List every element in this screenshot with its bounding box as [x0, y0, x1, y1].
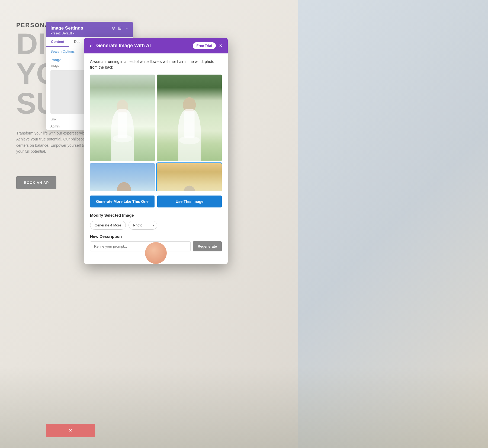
- free-trial-badge[interactable]: Free Trial: [193, 42, 216, 49]
- action-buttons: Generate More Like This One Use This Ima…: [90, 196, 222, 207]
- regenerate-button[interactable]: Regenerate: [193, 241, 222, 251]
- generated-image-3[interactable]: [90, 163, 155, 191]
- modify-section: Modify Selected Image Generate 4 More Ph…: [90, 213, 222, 230]
- svg-point-0: [117, 100, 128, 114]
- svg-point-6: [117, 182, 131, 191]
- modal-close-button[interactable]: ×: [219, 43, 222, 49]
- photo-type-select[interactable]: Photo Illustration Painting Sketch: [129, 221, 157, 230]
- back-arrow-icon[interactable]: ↩: [89, 43, 94, 49]
- close-icon[interactable]: ×: [69, 428, 72, 433]
- panel-preset[interactable]: Preset: Default ▾: [50, 31, 83, 35]
- bg-book-button: BOOK AN AP: [16, 176, 56, 189]
- panel-title: Image Settings: [50, 25, 83, 31]
- avatar-preview: [145, 242, 167, 264]
- svg-point-3: [183, 97, 196, 113]
- modal-body: A woman running in a field of white flow…: [84, 53, 228, 261]
- bottom-close-bar[interactable]: ×: [46, 424, 95, 437]
- generated-image-1[interactable]: [90, 75, 155, 161]
- generated-image-4[interactable]: [157, 163, 222, 191]
- panel-header-text: Image Settings Preset: Default ▾: [50, 25, 83, 35]
- tab-design[interactable]: Des: [69, 37, 85, 47]
- generate-4-more-button[interactable]: Generate 4 More: [90, 221, 126, 230]
- svg-point-5: [179, 136, 200, 145]
- new-description-title: New Description: [90, 234, 222, 239]
- refine-prompt-input[interactable]: [90, 241, 191, 251]
- tab-content[interactable]: Content: [46, 37, 69, 47]
- prompt-text: A woman running in a field of white flow…: [90, 59, 222, 70]
- generate-more-button[interactable]: Generate More Like This One: [90, 196, 155, 207]
- svg-rect-4: [184, 111, 194, 138]
- use-image-button[interactable]: Use This Image: [157, 196, 222, 207]
- modify-controls: Generate 4 More Photo Illustration Paint…: [90, 221, 222, 230]
- modal-title: Generate Image With AI: [96, 43, 151, 49]
- modal-header-left: ↩ Generate Image With AI: [89, 43, 151, 49]
- crosshair-icon[interactable]: ⊙: [112, 25, 115, 31]
- grid-icon[interactable]: ⊞: [118, 25, 121, 31]
- modal-header-right: Free Trial ×: [193, 42, 223, 49]
- panel-icons: ⊙ ⊞ ⋯: [112, 25, 129, 31]
- svg-point-2: [113, 135, 132, 142]
- more-options-icon[interactable]: ⋯: [124, 25, 129, 31]
- photo-type-wrapper: Photo Illustration Painting Sketch: [129, 221, 157, 230]
- generated-image-2[interactable]: [157, 75, 222, 161]
- svg-point-9: [184, 185, 195, 191]
- svg-rect-1: [118, 112, 127, 138]
- modify-title: Modify Selected Image: [90, 213, 222, 217]
- ai-image-modal: ↩ Generate Image With AI Free Trial × A …: [84, 38, 228, 264]
- modal-header: ↩ Generate Image With AI Free Trial ×: [84, 38, 228, 53]
- panel-header: Image Settings Preset: Default ▾ ⊙ ⊞ ⋯: [46, 22, 133, 37]
- image-grid: [90, 75, 222, 191]
